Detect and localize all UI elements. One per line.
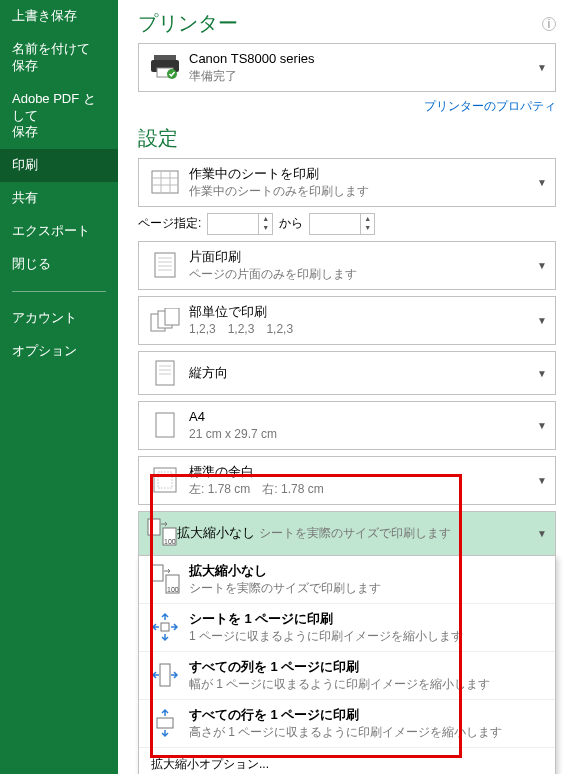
printer-heading: プリンター i xyxy=(138,10,556,37)
print-area-title: 作業中のシートを印刷 xyxy=(189,165,369,183)
sidebar-item-adobepdf[interactable]: Adobe PDF として 保存 xyxy=(0,83,118,150)
scale-title: 拡大縮小なし xyxy=(177,525,255,540)
margin-select[interactable]: 標準の余白 左: 1.78 cm 右: 1.78 cm ▼ xyxy=(138,456,556,505)
printer-name: Canon TS8000 series xyxy=(189,50,315,68)
page-from-field[interactable] xyxy=(208,214,258,234)
sidebar-item-options[interactable]: オプション xyxy=(0,335,118,368)
page-range-sep: から xyxy=(279,215,303,232)
chevron-down-icon: ▼ xyxy=(537,367,547,378)
svg-rect-30 xyxy=(161,623,169,631)
duplex-select[interactable]: 片面印刷 ページの片面のみを印刷します ▼ xyxy=(138,241,556,290)
chevron-down-icon: ▼ xyxy=(537,315,547,326)
page-range-row: ページ指定: ▲▼ から ▲▼ xyxy=(138,213,556,235)
fit-columns-icon xyxy=(147,658,183,692)
scale-none-icon: 100 xyxy=(147,518,177,549)
svg-rect-16 xyxy=(165,308,179,325)
spin-down-icon[interactable]: ▼ xyxy=(259,223,272,232)
scale-option-fit-rows[interactable]: すべての行を 1 ページに印刷 高さが 1 ページに収まるように印刷イメージを縮… xyxy=(139,700,555,748)
page-to-field[interactable] xyxy=(310,214,360,234)
chevron-down-icon: ▼ xyxy=(537,475,547,486)
sidebar-item-print[interactable]: 印刷 xyxy=(0,149,118,182)
printer-icon xyxy=(147,52,183,82)
scale-option-desc: 1 ページに収まるように印刷イメージを縮小します xyxy=(189,628,463,645)
scale-option-desc: シートを実際のサイズで印刷します xyxy=(189,580,381,597)
sheet-icon xyxy=(147,167,183,197)
sidebar-item-save[interactable]: 上書き保存 xyxy=(0,0,118,33)
settings-heading: 設定 xyxy=(138,125,556,152)
duplex-title: 片面印刷 xyxy=(189,248,357,266)
printer-heading-text: プリンター xyxy=(138,10,238,37)
chevron-down-icon: ▼ xyxy=(537,528,547,539)
svg-rect-31 xyxy=(160,664,170,686)
spin-up-icon[interactable]: ▲ xyxy=(259,214,272,223)
main-panel: プリンター i Canon TS8000 series 準備完了 ▼ プリンター… xyxy=(118,0,576,774)
info-icon[interactable]: i xyxy=(542,17,556,31)
orientation-select[interactable]: 縦方向 ▼ xyxy=(138,351,556,395)
scale-dropdown-menu: 100 拡大縮小なし シートを実際のサイズで印刷します シートを 1 ページに印… xyxy=(138,556,556,774)
duplex-desc: ページの片面のみを印刷します xyxy=(189,266,357,283)
chevron-down-icon: ▼ xyxy=(537,260,547,271)
page-single-icon xyxy=(147,250,183,280)
sidebar-item-saveas[interactable]: 名前を付けて 保存 xyxy=(0,33,118,83)
collate-desc: 1,2,3 1,2,3 1,2,3 xyxy=(189,321,293,338)
svg-rect-24 xyxy=(148,519,160,535)
margin-icon xyxy=(147,465,183,495)
scale-option-title: すべての列を 1 ページに印刷 xyxy=(189,658,490,676)
margin-title: 標準の余白 xyxy=(189,463,324,481)
scale-none-icon: 100 xyxy=(147,562,183,596)
svg-rect-0 xyxy=(154,55,176,60)
chevron-down-icon: ▼ xyxy=(537,62,547,73)
svg-rect-32 xyxy=(157,718,173,728)
paper-icon xyxy=(147,410,183,440)
sidebar-item-close[interactable]: 閉じる xyxy=(0,248,118,281)
scale-option-title: 拡大縮小なし xyxy=(189,562,381,580)
scale-custom-options[interactable]: 拡大縮小オプション... xyxy=(139,748,555,774)
page-to-input[interactable]: ▲▼ xyxy=(309,213,375,235)
scale-option-title: シートを 1 ページに印刷 xyxy=(189,610,463,628)
collate-select[interactable]: 部単位で印刷 1,2,3 1,2,3 1,2,3 ▼ xyxy=(138,296,556,345)
collate-title: 部単位で印刷 xyxy=(189,303,293,321)
portrait-icon xyxy=(147,358,183,388)
orientation-title: 縦方向 xyxy=(189,364,228,382)
scale-option-fit-sheet[interactable]: シートを 1 ページに印刷 1 ページに収まるように印刷イメージを縮小します xyxy=(139,604,555,652)
scale-option-title: すべての行を 1 ページに印刷 xyxy=(189,706,502,724)
page-range-label: ページ指定: xyxy=(138,215,201,232)
printer-properties-link[interactable]: プリンターのプロパティ xyxy=(138,98,556,115)
chevron-down-icon: ▼ xyxy=(537,420,547,431)
fit-rows-icon xyxy=(147,706,183,740)
sidebar-item-account[interactable]: アカウント xyxy=(0,302,118,335)
sidebar-item-export[interactable]: エクスポート xyxy=(0,215,118,248)
page-from-input[interactable]: ▲▼ xyxy=(207,213,273,235)
scale-option-desc: 高さが 1 ページに収まるように印刷イメージを縮小します xyxy=(189,724,502,741)
paper-title: A4 xyxy=(189,408,277,426)
margin-desc: 左: 1.78 cm 右: 1.78 cm xyxy=(189,481,324,498)
scale-option-fit-columns[interactable]: すべての列を 1 ページに印刷 幅が 1 ページに収まるように印刷イメージを縮小… xyxy=(139,652,555,700)
file-sidebar: 上書き保存 名前を付けて 保存 Adobe PDF として 保存 印刷 共有 エ… xyxy=(0,0,118,774)
scale-option-desc: 幅が 1 ページに収まるように印刷イメージを縮小します xyxy=(189,676,490,693)
spin-down-icon[interactable]: ▼ xyxy=(361,223,374,232)
settings-heading-text: 設定 xyxy=(138,125,178,152)
fit-sheet-icon xyxy=(147,610,183,644)
scale-select[interactable]: 100 拡大縮小なし シートを実際のサイズで印刷します ▼ xyxy=(138,511,556,556)
printer-status: 準備完了 xyxy=(189,68,315,85)
printer-select[interactable]: Canon TS8000 series 準備完了 ▼ xyxy=(138,43,556,92)
svg-rect-17 xyxy=(156,361,174,385)
paper-select[interactable]: A4 21 cm x 29.7 cm ▼ xyxy=(138,401,556,450)
print-area-select[interactable]: 作業中のシートを印刷 作業中のシートのみを印刷します ▼ xyxy=(138,158,556,207)
scale-desc: シートを実際のサイズで印刷します xyxy=(259,526,451,540)
sidebar-item-share[interactable]: 共有 xyxy=(0,182,118,215)
svg-rect-21 xyxy=(156,413,174,437)
svg-text:100: 100 xyxy=(164,538,176,545)
sidebar-divider xyxy=(12,291,106,292)
svg-text:100: 100 xyxy=(167,586,179,593)
collate-icon xyxy=(147,305,183,335)
print-area-desc: 作業中のシートのみを印刷します xyxy=(189,183,369,200)
svg-rect-27 xyxy=(151,565,163,581)
svg-rect-4 xyxy=(152,171,178,193)
spin-up-icon[interactable]: ▲ xyxy=(361,214,374,223)
scale-option-none[interactable]: 100 拡大縮小なし シートを実際のサイズで印刷します xyxy=(139,556,555,604)
paper-desc: 21 cm x 29.7 cm xyxy=(189,426,277,443)
svg-rect-9 xyxy=(155,253,175,277)
chevron-down-icon: ▼ xyxy=(537,177,547,188)
